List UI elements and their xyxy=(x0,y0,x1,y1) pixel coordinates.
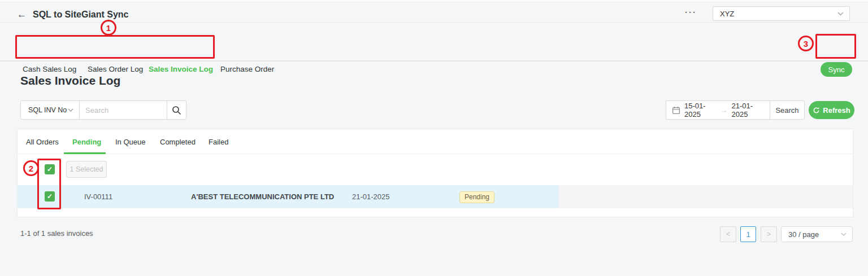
refresh-icon xyxy=(813,107,820,114)
chevron-down-icon xyxy=(837,12,844,16)
section-heading: Sales Invoice Log xyxy=(20,74,120,87)
active-tab-underline xyxy=(64,152,106,154)
cell-date: 21-01-2025 xyxy=(352,192,390,201)
date-search-button[interactable]: Search xyxy=(770,100,805,120)
refresh-label: Refresh xyxy=(823,106,850,115)
calendar-icon xyxy=(672,106,680,115)
sync-button[interactable]: Sync xyxy=(821,62,852,77)
pagination-page-1[interactable]: 1 xyxy=(740,226,756,242)
tab-sales-order-log[interactable]: Sales Order Log xyxy=(88,65,143,73)
status-tab-in-queue[interactable]: In Queue xyxy=(115,138,146,146)
account-select-value: XYZ xyxy=(720,10,734,18)
search-icon xyxy=(172,106,181,115)
pagination-prev-button[interactable]: < xyxy=(720,226,736,242)
page-size-select[interactable]: 30 / page xyxy=(781,226,853,242)
search-field-select[interactable]: SQL INV No xyxy=(20,100,80,120)
check-icon: ✓ xyxy=(47,165,53,173)
chevron-down-icon xyxy=(841,233,847,236)
status-tab-completed[interactable]: Completed xyxy=(160,138,196,146)
search-icon-button[interactable] xyxy=(167,100,186,120)
date-range-picker[interactable]: 15-01-2025 → 21-01-2025 xyxy=(666,100,770,120)
status-tab-all-orders[interactable]: All Orders xyxy=(26,138,59,146)
select-all-checkbox[interactable]: ✓ xyxy=(45,164,55,174)
date-from: 15-01-2025 xyxy=(684,102,717,119)
row-fixed-column-area xyxy=(559,185,853,208)
header-bar: ← SQL to SiteGiant Sync ··· XYZ xyxy=(0,2,868,23)
back-arrow-icon[interactable]: ← xyxy=(17,10,27,19)
table-row[interactable]: ✓ IV-00111 A'BEST TELECOMMUNICATION PTE … xyxy=(18,185,559,208)
selected-count-button[interactable]: 1 Selected xyxy=(66,161,107,178)
tab-sales-invoice-log[interactable]: Sales Invoice Log xyxy=(149,65,213,73)
next-icon: > xyxy=(767,230,771,238)
check-icon: ✓ xyxy=(47,192,53,200)
status-filter-tabs: All Orders Pending In Queue Completed Fa… xyxy=(18,129,853,154)
nav-tab-bar: Cash Sales Log Sales Order Log Sales Inv… xyxy=(0,23,868,62)
status-tab-pending[interactable]: Pending xyxy=(72,138,101,146)
tab-purchase-order[interactable]: Purchase Order xyxy=(220,65,274,73)
refresh-button[interactable]: Refresh xyxy=(809,101,854,119)
cell-customer: A'BEST TELECOMMUNICATION PTE LTD xyxy=(191,192,334,201)
search-input[interactable] xyxy=(79,100,167,120)
page-size-value: 30 / page xyxy=(788,230,819,239)
row-checkbox[interactable]: ✓ xyxy=(45,191,55,201)
date-to: 21-01-2025 xyxy=(732,102,765,119)
cell-invoice-no: IV-00111 xyxy=(84,192,112,201)
tab-cash-sales-log[interactable]: Cash Sales Log xyxy=(23,65,76,73)
more-menu-icon[interactable]: ··· xyxy=(685,7,697,17)
results-count: 1-1 of 1 sales invoices xyxy=(20,229,93,238)
range-arrow-icon: → xyxy=(721,106,728,114)
account-select[interactable]: XYZ xyxy=(713,6,850,21)
status-tab-failed[interactable]: Failed xyxy=(209,138,228,146)
invoice-table-card: All Orders Pending In Queue Completed Fa… xyxy=(17,129,853,217)
prev-icon: < xyxy=(726,230,730,238)
chevron-down-icon xyxy=(68,108,73,112)
status-badge: Pending xyxy=(459,191,494,203)
pagination-next-button[interactable]: > xyxy=(761,226,777,242)
page-title: SQL to SiteGiant Sync xyxy=(33,10,129,20)
search-field-select-value: SQL INV No xyxy=(28,106,67,114)
